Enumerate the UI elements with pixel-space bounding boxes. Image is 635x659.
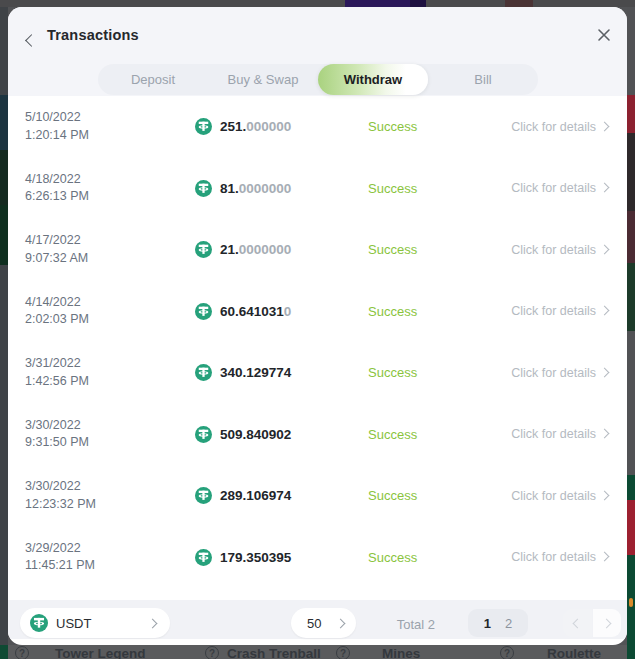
- status-text: Success: [368, 550, 478, 565]
- details-link[interactable]: Click for details: [478, 181, 627, 195]
- details-label: Click for details: [511, 366, 596, 380]
- time-text: 9:31:50 PM: [25, 434, 195, 452]
- chevron-right-icon: [600, 121, 610, 131]
- transaction-amount: 60.6410310: [195, 303, 368, 320]
- chevron-right-icon: [602, 618, 612, 628]
- status-text: Success: [368, 304, 478, 319]
- pagination: 1 2: [468, 609, 528, 637]
- help-icon: ?: [500, 646, 514, 659]
- details-label: Click for details: [511, 427, 596, 441]
- background-fragment: [627, 133, 635, 211]
- chevron-right-icon: [600, 306, 610, 316]
- time-text: 1:42:56 PM: [25, 373, 195, 391]
- details-link[interactable]: Click for details: [478, 243, 627, 257]
- time-text: 12:23:32 PM: [25, 496, 195, 514]
- time-text: 2:02:03 PM: [25, 311, 195, 329]
- tether-icon: [195, 180, 212, 197]
- background-game-label: Tower Legend: [55, 646, 146, 659]
- details-link[interactable]: Click for details: [478, 120, 627, 134]
- transaction-amount: 509.840902: [195, 426, 368, 443]
- close-button[interactable]: [597, 28, 611, 46]
- table-row: 3/31/2022 1:42:56 PM 340.129774 Success …: [8, 342, 627, 404]
- date-text: 3/30/2022: [25, 417, 195, 435]
- details-label: Click for details: [511, 304, 596, 318]
- background-page-strip: ? Tower Legend ? Crash Trenball ? Mines …: [8, 645, 627, 659]
- tether-icon: [195, 487, 212, 504]
- time-text: 6:26:13 PM: [25, 188, 195, 206]
- page-title: Transactions: [47, 27, 139, 43]
- background-fragment: [627, 263, 635, 331]
- page-button-1[interactable]: 1: [484, 616, 491, 631]
- table-row: 5/10/2022 1:20:14 PM 251.000000 Success …: [8, 96, 627, 158]
- date-text: 3/31/2022: [25, 355, 195, 373]
- details-link[interactable]: Click for details: [478, 427, 627, 441]
- background-fragment: [0, 645, 8, 659]
- background-fragment: [627, 500, 635, 555]
- details-link[interactable]: Click for details: [478, 550, 627, 564]
- table-row: 3/30/2022 9:31:50 PM 509.840902 Success …: [8, 404, 627, 466]
- background-fragment: [345, 0, 410, 7]
- status-text: Success: [368, 119, 478, 134]
- table-row: 3/29/2022 11:45:21 PM 179.350395 Success…: [8, 527, 627, 589]
- time-text: 1:20:14 PM: [25, 127, 195, 145]
- page-size-selector[interactable]: 50: [291, 608, 356, 638]
- background-fragment: [627, 211, 635, 263]
- chevron-right-icon: [600, 552, 610, 562]
- prev-page-button[interactable]: [563, 609, 592, 637]
- status-text: Success: [368, 427, 478, 442]
- amount-value: 251.: [220, 119, 246, 134]
- chevron-right-icon: [600, 490, 610, 500]
- details-link[interactable]: Click for details: [478, 366, 627, 380]
- amount-trailing-zeros: 000000: [246, 119, 291, 134]
- details-link[interactable]: Click for details: [478, 489, 627, 503]
- status-text: Success: [368, 488, 478, 503]
- tether-icon: [195, 549, 212, 566]
- background-fragment: [410, 0, 426, 7]
- transaction-date: 3/31/2022 1:42:56 PM: [25, 355, 195, 390]
- transaction-amount: 179.350395: [195, 549, 368, 566]
- tab-buy-swap[interactable]: Buy & Swap: [208, 64, 318, 95]
- background-game-label: Roulette: [547, 646, 601, 659]
- date-text: 5/10/2022: [25, 109, 195, 127]
- transaction-date: 4/17/2022 9:07:32 AM: [25, 232, 195, 267]
- details-label: Click for details: [511, 120, 596, 134]
- transaction-date: 3/29/2022 11:45:21 PM: [25, 540, 195, 575]
- back-button[interactable]: [27, 31, 36, 49]
- details-link[interactable]: Click for details: [478, 304, 627, 318]
- details-label: Click for details: [511, 181, 596, 195]
- help-icon: ?: [15, 646, 29, 659]
- page-size-value: 50: [307, 616, 321, 631]
- transaction-amount: 289.106974: [195, 487, 368, 504]
- tether-icon: [195, 118, 212, 135]
- transaction-date: 3/30/2022 9:31:50 PM: [25, 417, 195, 452]
- chevron-left-icon: [25, 34, 38, 47]
- chevron-right-icon: [148, 618, 158, 628]
- table-row: 3/30/2022 12:23:32 PM 289.106974 Success…: [8, 465, 627, 527]
- table-row: 4/14/2022 2:02:03 PM 60.6410310 Success …: [8, 281, 627, 343]
- background-fragment: [0, 150, 8, 205]
- currency-selector[interactable]: USDT: [20, 608, 170, 638]
- tether-icon: [195, 364, 212, 381]
- tab-bill[interactable]: Bill: [428, 64, 538, 95]
- status-text: Success: [368, 365, 478, 380]
- chevron-right-icon: [600, 244, 610, 254]
- amount-value: 179.350395: [220, 550, 291, 565]
- page-button-2[interactable]: 2: [505, 616, 512, 631]
- amount-value: 289.106974: [220, 488, 291, 503]
- tab-withdraw[interactable]: Withdraw: [318, 64, 428, 95]
- amount-value: 340.129774: [220, 365, 291, 380]
- chevron-right-icon: [600, 429, 610, 439]
- amount-value: 21.: [220, 242, 239, 257]
- transaction-amount: 340.129774: [195, 364, 368, 381]
- tether-icon: [30, 614, 48, 632]
- background-fragment: [0, 95, 8, 150]
- table-row: 4/17/2022 9:07:32 AM 21.0000000 Success …: [8, 219, 627, 281]
- amount-value: 509.840902: [220, 427, 291, 442]
- date-text: 3/29/2022: [25, 540, 195, 558]
- tab-deposit[interactable]: Deposit: [98, 64, 208, 95]
- help-icon: ?: [336, 646, 350, 659]
- chevron-right-icon: [336, 618, 346, 628]
- next-page-button[interactable]: [593, 609, 622, 637]
- background-fragment: [0, 0, 635, 7]
- date-text: 4/14/2022: [25, 294, 195, 312]
